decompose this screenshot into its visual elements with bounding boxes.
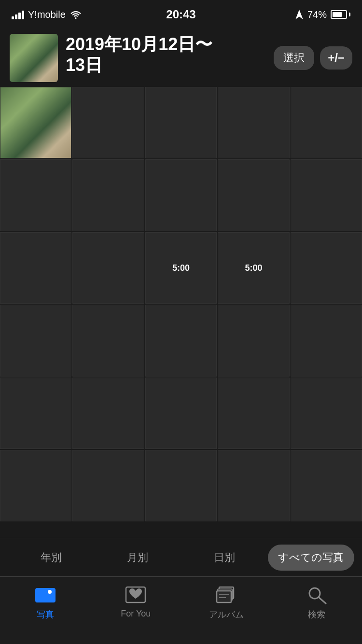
header: 2019年10月12日〜 13日 選択 +/− <box>0 29 362 87</box>
cell-time-label: 5:00 <box>172 263 190 273</box>
grid-cell[interactable] <box>291 232 362 304</box>
grid-cell[interactable]: 5:00 <box>218 232 289 304</box>
albums-icon <box>214 584 239 606</box>
grid-cell[interactable] <box>145 87 217 158</box>
segment-day[interactable]: 日別 <box>181 545 268 571</box>
grid-cell[interactable] <box>72 87 144 158</box>
grid-cell[interactable] <box>218 450 289 521</box>
header-thumbnail <box>10 34 58 82</box>
grid-cell[interactable] <box>291 305 362 376</box>
tab-albums-label: アルバム <box>209 609 244 620</box>
svg-line-12 <box>319 597 326 603</box>
grid-cell[interactable] <box>291 87 362 158</box>
status-time: 20:43 <box>166 8 195 21</box>
grid-cell[interactable] <box>145 450 217 521</box>
grid-cell[interactable] <box>218 87 289 158</box>
grid-cell[interactable] <box>72 159 144 231</box>
grid-cell[interactable] <box>0 87 71 158</box>
status-right: 74% <box>295 9 350 20</box>
page-title: 2019年10月12日〜 13日 <box>66 34 212 75</box>
status-left: Y!mobile <box>12 9 82 20</box>
photo-grid: 5:005:00 <box>0 87 362 521</box>
grid-cell[interactable] <box>218 159 289 231</box>
header-title-area: 2019年10月12日〜 13日 <box>10 34 212 82</box>
tab-for-you-label: For You <box>121 609 151 619</box>
status-bar: Y!mobile 20:43 74% <box>0 0 362 29</box>
search-icon <box>304 584 329 606</box>
add-button[interactable]: +/− <box>320 46 352 70</box>
tab-search-label: 検索 <box>308 609 325 620</box>
grid-cell[interactable] <box>0 378 71 449</box>
tab-for-you[interactable]: For You <box>91 584 181 619</box>
grid-cell[interactable]: 5:00 <box>145 232 217 304</box>
grid-cell[interactable] <box>218 378 289 449</box>
svg-point-3 <box>48 590 52 594</box>
tab-photos[interactable]: 写真 <box>0 584 91 620</box>
tab-bar: 写真 For You アルバム <box>0 576 362 644</box>
grid-cell[interactable] <box>291 378 362 449</box>
signal-bars <box>12 10 24 19</box>
segment-all[interactable]: すべての写真 <box>268 545 355 571</box>
battery-icon <box>331 10 350 19</box>
photo-grid-area: 5:005:00 <box>0 87 362 538</box>
select-button[interactable]: 選択 <box>274 46 314 70</box>
photos-icon <box>33 584 58 606</box>
grid-cell[interactable] <box>0 305 71 376</box>
grid-cell[interactable] <box>145 305 217 376</box>
segment-month[interactable]: 月別 <box>95 545 181 571</box>
grid-cell[interactable] <box>0 159 71 231</box>
grid-cell[interactable] <box>0 232 71 304</box>
grid-cell[interactable] <box>72 305 144 376</box>
grid-cell[interactable] <box>145 159 217 231</box>
grid-cell[interactable] <box>291 159 362 231</box>
foryou-icon <box>123 584 148 606</box>
location-icon <box>295 10 304 19</box>
tab-photos-label: 写真 <box>37 609 54 620</box>
thumbnail-image <box>10 34 58 82</box>
segment-control: 年別 月別 日別 すべての写真 <box>0 538 362 576</box>
segment-year[interactable]: 年別 <box>8 545 95 571</box>
grid-cell[interactable] <box>0 450 71 521</box>
tab-albums[interactable]: アルバム <box>181 584 272 620</box>
grid-cell[interactable] <box>72 450 144 521</box>
tab-search[interactable]: 検索 <box>272 584 362 620</box>
header-buttons: 選択 +/− <box>274 46 352 70</box>
grid-cell[interactable] <box>218 305 289 376</box>
grid-cell[interactable] <box>72 232 144 304</box>
grid-cell[interactable] <box>72 378 144 449</box>
svg-rect-8 <box>217 591 231 602</box>
grid-cell[interactable] <box>145 378 217 449</box>
grid-cell[interactable] <box>291 450 362 521</box>
carrier-label: Y!mobile <box>28 9 66 20</box>
battery-percentage: 74% <box>307 9 327 20</box>
cell-time-label: 5:00 <box>245 263 262 273</box>
wifi-icon <box>70 10 82 19</box>
